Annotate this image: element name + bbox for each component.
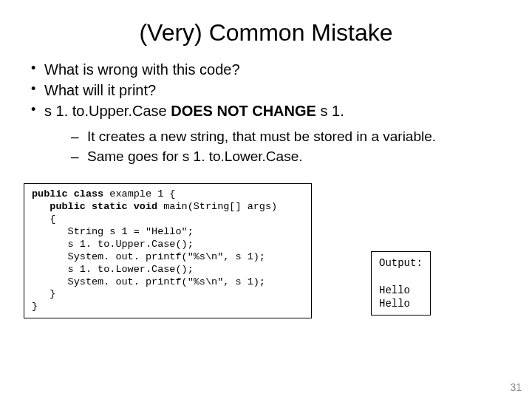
bullet-3-bold: DOES NOT CHANGE: [171, 103, 316, 119]
code-l5: s 1. to.Upper.Case();: [32, 239, 194, 250]
code-l6: System. out. printf("%s\n", s 1);: [32, 251, 265, 262]
code-l3: {: [32, 214, 55, 225]
page-number: 31: [510, 381, 522, 393]
bullet-3: s 1. to.Upper.Case DOES NOT CHANGE s 1. …: [31, 101, 510, 166]
output-label: Output:: [379, 257, 423, 269]
code-l4: String s 1 = "Hello";: [32, 226, 194, 237]
output-line-2: Hello: [379, 298, 410, 310]
code-l1b: example 1 {: [109, 188, 175, 200]
bullet-3-pre: s 1. to.Upper.Case: [44, 103, 171, 119]
code-box: public class example 1 { public static v…: [24, 183, 312, 318]
main-bullet-list: What is wrong with this code? What will …: [22, 60, 510, 166]
slide-title: (Very) Common Mistake: [22, 19, 510, 47]
output-line-1: Hello: [379, 284, 410, 296]
sub-bullet-list: It creates a new string, that must be st…: [44, 128, 510, 166]
code-l7: s 1. to.Lower.Case();: [32, 264, 194, 275]
code-kw-1: public class: [32, 188, 109, 200]
sub-bullet-1: It creates a new string, that must be st…: [71, 128, 510, 146]
code-l10: }: [32, 301, 38, 312]
bullet-3-post: s 1.: [316, 103, 344, 119]
bullet-1: What is wrong with this code?: [31, 60, 510, 79]
box-row: public class example 1 { public static v…: [22, 183, 510, 318]
code-kw-2: public static void: [32, 201, 163, 212]
code-l2b: main(String[] args): [163, 201, 277, 212]
bullet-2: What will it print?: [31, 81, 510, 100]
sub-bullet-2: Same goes for s 1. to.Lower.Case.: [71, 148, 510, 166]
code-l9: }: [32, 288, 55, 299]
output-box: Output: Hello Hello: [371, 251, 431, 316]
code-l8: System. out. printf("%s\n", s 1);: [32, 276, 265, 287]
